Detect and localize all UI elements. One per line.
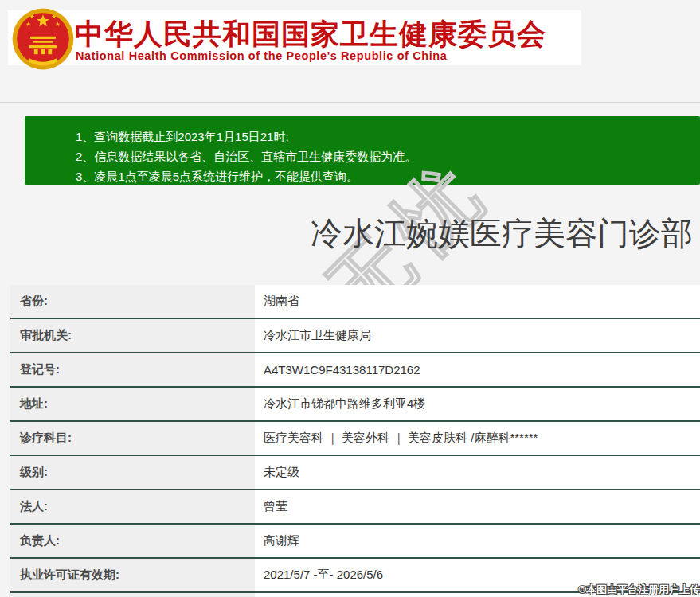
row-value: 医疗美容科 ｜ 美容外科 ｜ 美容皮肤科 /麻醉科****** bbox=[255, 422, 700, 455]
row-value: 高谢辉 bbox=[255, 525, 700, 557]
institution-details-table: 省份: 湖南省 审批机关: 冷水江市卫生健康局 登记号: A4T3W1C9F43… bbox=[10, 285, 700, 597]
table-row-address: 地址: 冷水江市锑都中路维多利亚4楼 bbox=[10, 388, 700, 422]
row-value: 未定级 bbox=[255, 456, 700, 489]
row-label bbox=[10, 593, 255, 597]
table-row-registration-number: 登记号: A4T3W1C9F43138117D2162 bbox=[10, 353, 700, 388]
row-label: 审批机关: bbox=[10, 319, 255, 352]
row-label: 诊疗科目: bbox=[10, 422, 255, 455]
notice-line-3: 3、凌晨1点至凌晨5点系统进行维护，不能提供查询。 bbox=[76, 166, 692, 186]
table-row-person-in-charge: 负责人: 高谢辉 bbox=[10, 525, 700, 559]
row-value: A4T3W1C9F43138117D2162 bbox=[255, 353, 700, 386]
header-divider bbox=[0, 102, 700, 103]
row-label: 执业许可证有效期: bbox=[10, 559, 255, 591]
row-value: 湖南省 bbox=[255, 285, 700, 318]
row-label: 法人: bbox=[10, 490, 255, 523]
row-value: 冷水江市卫生健康局 bbox=[255, 319, 700, 352]
notice-line-1: 1、查询数据截止到2023年1月15日21时; bbox=[76, 127, 692, 146]
row-label: 负责人: bbox=[10, 525, 255, 557]
header-title-chinese: 中华人民共和国国家卫生健康委员会 bbox=[75, 15, 546, 54]
footer-upload-watermark: ©本图由平台注册用户上传 bbox=[578, 583, 700, 597]
notice-line-2: 2、信息数据结果以各省、自治区、直辖市卫生健康委数据为准。 bbox=[76, 146, 692, 166]
row-value: 冷水江市锑都中路维多利亚4楼 bbox=[255, 388, 700, 420]
china-national-emblem-icon bbox=[11, 4, 75, 74]
row-label: 地址: bbox=[10, 388, 255, 420]
table-row-province: 省份: 湖南省 bbox=[10, 285, 700, 319]
table-row-departments: 诊疗科目: 医疗美容科 ｜ 美容外科 ｜ 美容皮肤科 /麻醉科****** bbox=[10, 422, 700, 456]
table-row-approval-authority: 审批机关: 冷水江市卫生健康局 bbox=[10, 319, 700, 353]
row-label: 省份: bbox=[10, 285, 255, 318]
row-label: 登记号: bbox=[10, 353, 255, 386]
header-banner: 中华人民共和国国家卫生健康委员会 National Health Commiss… bbox=[8, 10, 581, 65]
header-title-english: National Health Commission of the People… bbox=[76, 49, 447, 62]
row-value: 曾莹 bbox=[255, 490, 700, 523]
table-row-level: 级别: 未定级 bbox=[10, 456, 700, 490]
table-row-legal-person: 法人: 曾莹 bbox=[10, 490, 700, 525]
page-title: 冷水江婉媄医疗美容门诊部 bbox=[311, 212, 693, 256]
row-label: 级别: bbox=[10, 456, 255, 489]
notice-box: 1、查询数据截止到2023年1月15日21时; 2、信息数据结果以各省、自治区、… bbox=[25, 116, 700, 185]
